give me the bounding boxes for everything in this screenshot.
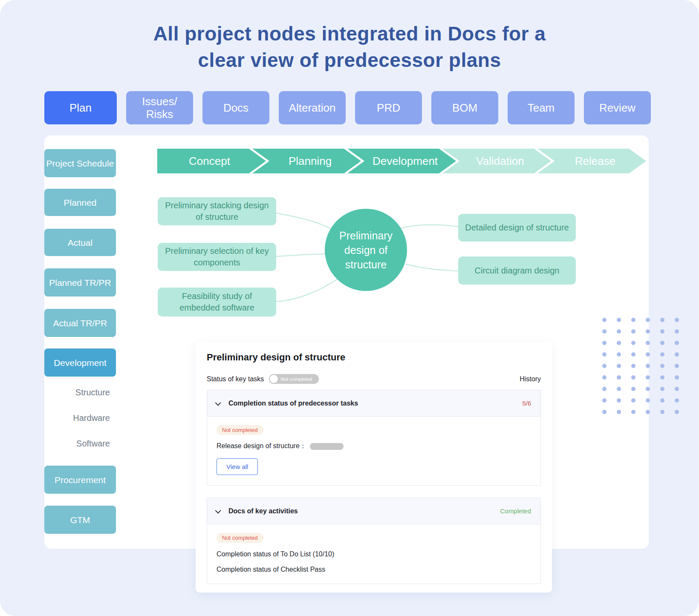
section-body: Not completed Release design of structur… xyxy=(207,417,540,485)
decor-dot xyxy=(646,375,650,380)
doc-row-checklist-pass: Completion status of Checklist Pass xyxy=(217,566,531,573)
decor-dot xyxy=(631,318,635,322)
decor-dot xyxy=(675,341,679,345)
flow-stage-planning: Planning xyxy=(252,149,361,173)
sidebar-subitem-hardware[interactable]: Hardware xyxy=(44,413,116,423)
card-title: Preliminary design of structure xyxy=(207,352,541,363)
predecessor-tasks-section-header[interactable]: Completion status of predecessor tasks 5… xyxy=(207,390,540,417)
status-of-key-tasks-label: Status of key tasks xyxy=(207,375,264,383)
sidebar-item-planned-tr-pr[interactable]: Planned TR/PR xyxy=(44,268,116,296)
decor-dot xyxy=(617,364,621,368)
tab-plan[interactable]: Plan xyxy=(44,91,117,124)
value-placeholder xyxy=(310,443,344,450)
history-link[interactable]: History xyxy=(520,375,541,383)
mindmap-node-circuit-diagram: Circuit diagram design xyxy=(458,256,576,285)
tab-review[interactable]: Review xyxy=(584,91,651,124)
completed-status-label: Completed xyxy=(500,507,531,515)
decor-dot xyxy=(602,364,607,368)
not-completed-tag: Not completed xyxy=(217,425,263,435)
section-body: Not completed Completion status of To Do… xyxy=(207,524,540,584)
decor-dot xyxy=(631,341,635,345)
sidebar-item-procurement[interactable]: Procurement xyxy=(44,466,116,494)
tab-docs[interactable]: Docs xyxy=(202,91,269,124)
mindmap-center-node: Preliminary design of structure xyxy=(325,209,407,291)
decor-dot xyxy=(602,375,607,380)
task-detail-card: Preliminary design of structure Status o… xyxy=(196,342,552,593)
process-flow: Concept Planning Development Validation … xyxy=(157,149,646,173)
decor-dot xyxy=(675,398,679,403)
decor-dot xyxy=(631,375,635,380)
decor-dot xyxy=(675,352,679,357)
decor-dot xyxy=(660,398,664,403)
status-toggle[interactable]: Not completed xyxy=(269,374,319,384)
mindmap-node-feasibility-study: Feasibility study of embedded software xyxy=(158,288,276,317)
flow-stage-development: Development xyxy=(347,149,456,173)
decor-dot xyxy=(660,375,664,380)
sidebar-item-development[interactable]: Development xyxy=(44,348,116,377)
mindmap-node-detailed-design: Detailed design of structure xyxy=(458,214,576,242)
tab-label: Plan xyxy=(69,101,92,114)
tab-label: PRD xyxy=(377,101,400,114)
decor-dot xyxy=(675,410,679,414)
sidebar-item-actual-tr-pr[interactable]: Actual TR/PR xyxy=(44,309,116,337)
decor-dot xyxy=(617,329,621,334)
task-row: Release design of structure： xyxy=(217,442,531,451)
toggle-knob-icon xyxy=(270,375,278,383)
tab-label: Review xyxy=(599,101,635,114)
sidebar-item-planned[interactable]: Planned xyxy=(44,189,116,216)
decor-dot xyxy=(602,329,607,334)
view-all-button[interactable]: View all xyxy=(217,458,258,475)
decor-dot xyxy=(675,364,679,368)
tab-team[interactable]: Team xyxy=(508,91,575,124)
decor-dot xyxy=(675,329,679,334)
page: All project nodes integrated in Docs for… xyxy=(0,0,699,616)
tab-bom[interactable]: BOM xyxy=(431,91,498,124)
decor-dot xyxy=(631,364,635,368)
decor-dot xyxy=(617,341,621,345)
decor-dot xyxy=(631,387,635,391)
mindmap-node-preliminary-stacking: Preliminary stacking design of structure xyxy=(158,197,276,225)
decor-dot xyxy=(646,352,650,357)
decor-dot xyxy=(646,364,650,368)
tab-prd[interactable]: PRD xyxy=(355,91,422,124)
tab-label: BOM xyxy=(452,101,477,114)
decor-dot xyxy=(617,352,621,357)
decor-dot xyxy=(617,387,621,391)
decor-dot xyxy=(675,318,679,322)
decor-dot xyxy=(646,329,650,334)
tab-label: Team xyxy=(528,101,555,114)
toggle-label: Not completed xyxy=(280,377,312,382)
tab-issues-risks[interactable]: Issues/ Risks xyxy=(126,91,193,124)
chevron-down-icon xyxy=(215,507,221,513)
mindmap-node-key-components: Preliminary selection of key components xyxy=(158,243,276,271)
tab-label: Docs xyxy=(223,101,248,114)
chevron-down-icon xyxy=(215,400,221,406)
sidebar-item-actual[interactable]: Actual xyxy=(44,229,116,256)
decor-dot xyxy=(660,364,664,368)
decor-dot xyxy=(646,410,650,414)
not-completed-tag: Not completed xyxy=(217,533,263,543)
flow-stage-validation: Validation xyxy=(442,149,551,173)
task-label: Release design of structure： xyxy=(217,442,306,451)
decor-dot xyxy=(660,387,664,391)
section-title: Docs of key activities xyxy=(228,507,298,515)
decor-dot xyxy=(602,352,607,357)
docs-section-header[interactable]: Docs of key activities Completed xyxy=(207,498,540,524)
decor-dot xyxy=(617,410,621,414)
docs-of-key-activities-section: Docs of key activities Completed Not com… xyxy=(207,498,541,584)
decor-dot xyxy=(617,375,621,380)
sidebar-item-gtm[interactable]: GTM xyxy=(44,506,116,534)
tab-label: Issues/ Risks xyxy=(142,95,177,121)
sidebar-subitem-structure[interactable]: Structure xyxy=(44,387,116,397)
page-title-line1: All project nodes integrated in Docs for… xyxy=(0,20,699,47)
task-counter-badge: 5/6 xyxy=(522,400,531,407)
status-row: Status of key tasks Not completed Histor… xyxy=(207,374,541,384)
decor-dot xyxy=(660,410,664,414)
sidebar: Project Schedule Planned Actual Planned … xyxy=(44,149,116,534)
decor-dot xyxy=(602,318,607,322)
sidebar-subitem-software[interactable]: Software xyxy=(44,438,116,449)
decor-dot xyxy=(602,410,607,414)
sidebar-item-project-schedule[interactable]: Project Schedule xyxy=(44,149,116,177)
tab-alteration[interactable]: Alteration xyxy=(279,91,346,124)
page-title-line2: clear view of predecessor plans xyxy=(0,47,699,73)
